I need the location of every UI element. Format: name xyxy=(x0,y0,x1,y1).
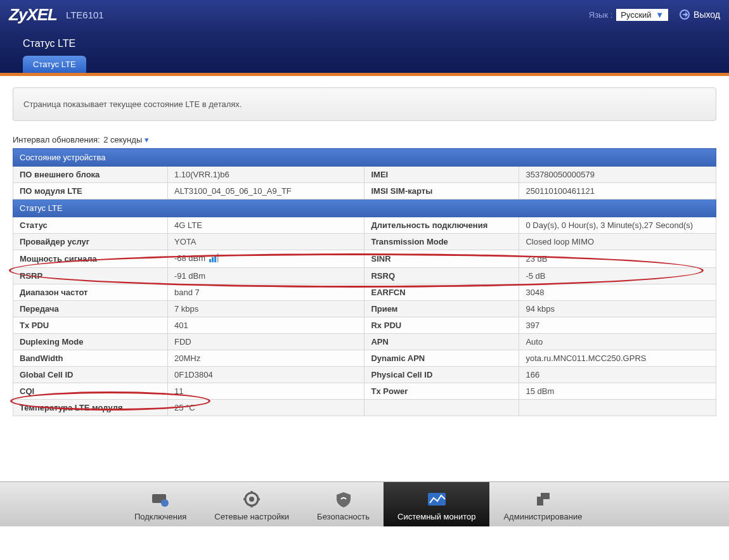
signal-strength-icon xyxy=(209,253,219,264)
row-value: Closed loop MIMO xyxy=(519,234,716,250)
page-content: Страница показывает текущее состояние LT… xyxy=(0,76,729,481)
nav-item-4[interactable]: Администрирование xyxy=(489,482,596,526)
table-row: ПО внешнего блока1.10(VRR.1)b6IMEI353780… xyxy=(13,167,716,183)
row-label: EARFCN xyxy=(364,284,519,301)
nav-item-0[interactable]: Подключения xyxy=(120,482,200,526)
nav-label: Сетевые настройки xyxy=(214,512,289,521)
table-row: Температура LTE модуля25 °C xyxy=(13,400,716,416)
row-label: Transmission Mode xyxy=(364,234,519,250)
row-value: 4G LTE xyxy=(167,217,364,234)
row-value: 397 xyxy=(519,317,716,334)
row-value: ALT3100_04_05_06_10_A9_TF xyxy=(167,183,364,200)
table-row: RSRP-91 dBmRSRQ-5 dB xyxy=(13,268,716,284)
row-value: 23 dB xyxy=(519,250,716,268)
brand-logo: ZyXEL xyxy=(9,5,57,25)
row-value: 94 kbps xyxy=(519,301,716,317)
row-label: CQI xyxy=(13,383,168,400)
refresh-interval-row: Интервал обновления: 2 секунды ▾ xyxy=(13,135,716,144)
page-title: Статус LTE xyxy=(23,38,716,49)
status-table: Состояние устройстваПО внешнего блока1.1… xyxy=(13,148,716,416)
row-label: Rx PDU xyxy=(364,317,519,334)
row-value: 7 kbps xyxy=(167,301,364,317)
nav-label: Системный монитор xyxy=(397,512,475,521)
nav-item-1[interactable]: Сетевые настройки xyxy=(200,482,303,526)
table-row: CQI11Tx Power15 dBm xyxy=(13,383,716,400)
nav-label: Безопасность xyxy=(317,512,370,521)
table-row: Диапазон частотband 7EARFCN3048 xyxy=(13,284,716,301)
nav-label: Администрирование xyxy=(503,512,582,521)
table-row: Передача7 kbpsПрием94 kbps xyxy=(13,301,716,317)
row-value: 0F1D3804 xyxy=(167,367,364,383)
language-select[interactable]: Русский ▼ xyxy=(616,9,668,21)
table-row: Мощность сигнала-68 dBmSINR23 dB xyxy=(13,250,716,268)
row-value: 250110100461121 xyxy=(519,183,716,200)
table-row: BandWidth20MHzDynamic APNyota.ru.MNC011.… xyxy=(13,350,716,367)
table-row: Tx PDU401Rx PDU397 xyxy=(13,317,716,334)
row-label: Длительность подключения xyxy=(364,217,519,234)
nav-item-3[interactable]: Системный монитор xyxy=(384,482,489,526)
nav-spacer xyxy=(0,482,120,526)
svg-point-2 xyxy=(161,499,169,507)
row-label: Tx Power xyxy=(364,383,519,400)
nav-icon xyxy=(317,488,370,510)
bottom-nav: ПодключенияСетевые настройкиБезопасность… xyxy=(0,481,729,526)
refresh-value: 2 секунды xyxy=(103,135,142,144)
row-value: 11 xyxy=(167,383,364,400)
table-row: Duplexing ModeFDDAPNAuto xyxy=(13,334,716,350)
row-label: Температура LTE модуля xyxy=(13,400,168,416)
row-label: ПО внешнего блока xyxy=(13,167,168,183)
row-label: Диапазон частот xyxy=(13,284,168,301)
nav-item-2[interactable]: Безопасность xyxy=(303,482,384,526)
row-value: -91 dBm xyxy=(167,268,364,284)
refresh-select[interactable]: 2 секунды ▾ xyxy=(102,135,150,144)
row-label: IMEI xyxy=(364,167,519,183)
logout-icon[interactable] xyxy=(680,10,690,20)
nav-icon xyxy=(134,488,186,510)
row-value: 401 xyxy=(167,317,364,334)
row-label: Мощность сигнала xyxy=(13,250,168,268)
table-row: Провайдер услугYOTATransmission ModeClos… xyxy=(13,234,716,250)
row-value: band 7 xyxy=(167,284,364,301)
table-row: ПО модуля LTEALT3100_04_05_06_10_A9_TFIM… xyxy=(13,183,716,200)
row-value: 0 Day(s), 0 Hour(s), 3 Minute(s),27 Seco… xyxy=(519,217,716,234)
table-row: Global Cell ID0F1D3804Physical Cell ID16… xyxy=(13,367,716,383)
row-value: 3048 xyxy=(519,284,716,301)
row-value: 15 dBm xyxy=(519,383,716,400)
row-value: -68 dBm xyxy=(167,250,364,268)
row-label: RSRP xyxy=(13,268,168,284)
language-label: Язык : xyxy=(589,10,613,20)
row-label: RSRQ xyxy=(364,268,519,284)
app-header: ZyXEL LTE6101 Язык : Русский ▼ Выход xyxy=(0,0,729,29)
row-value: 1.10(VRR.1)b6 xyxy=(167,167,364,183)
refresh-label: Интервал обновления: xyxy=(13,135,100,144)
row-label: BandWidth xyxy=(13,350,168,367)
device-model: LTE6101 xyxy=(66,10,104,20)
row-label: Провайдер услуг xyxy=(13,234,168,250)
row-label xyxy=(364,400,519,416)
row-label: Dynamic APN xyxy=(364,350,519,367)
table-row: Статус4G LTEДлительность подключения0 Da… xyxy=(13,217,716,234)
row-label: Tx PDU xyxy=(13,317,168,334)
logout-link[interactable]: Выход xyxy=(694,10,720,20)
row-label: ПО модуля LTE xyxy=(13,183,168,200)
row-label: SINR xyxy=(364,250,519,268)
nav-icon xyxy=(503,488,582,510)
svg-rect-11 xyxy=(541,493,550,499)
svg-rect-9 xyxy=(428,493,446,506)
row-value: Auto xyxy=(519,334,716,350)
row-value: yota.ru.MNC011.MCC250.GPRS xyxy=(519,350,716,367)
page-subheader: Статус LTE Статус LTE xyxy=(0,29,729,73)
row-value: FDD xyxy=(167,334,364,350)
chevron-down-icon: ▾ xyxy=(145,135,149,144)
row-label: Статус xyxy=(13,217,168,234)
table-section-header: Состояние устройства xyxy=(13,149,716,167)
row-value xyxy=(519,400,716,416)
row-value: -5 dB xyxy=(519,268,716,284)
nav-label: Подключения xyxy=(134,512,186,521)
row-value: 20MHz xyxy=(167,350,364,367)
tab-lte-status[interactable]: Статус LTE xyxy=(23,56,86,73)
language-value: Русский xyxy=(621,10,651,20)
svg-point-4 xyxy=(249,497,254,502)
row-label: Duplexing Mode xyxy=(13,334,168,350)
row-label: Передача xyxy=(13,301,168,317)
